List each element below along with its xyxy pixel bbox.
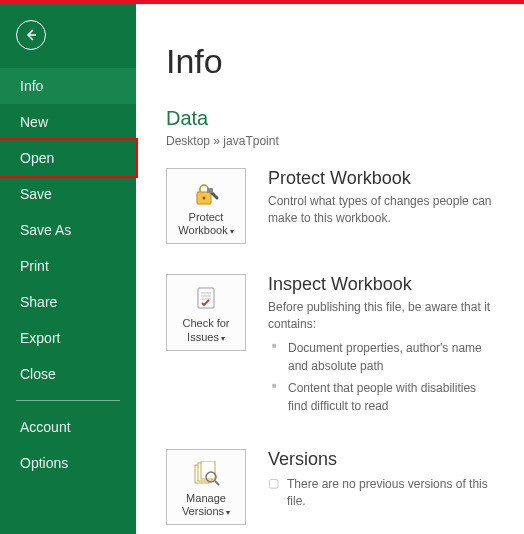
document-path: Desktop » javaTpoint <box>166 134 494 148</box>
nav-label: Save <box>20 186 52 202</box>
section-versions: Manage Versions▾ Versions ▢ There are no… <box>166 449 494 525</box>
page-title: Info <box>166 42 494 81</box>
nav-label: Options <box>20 455 68 471</box>
backstage-sidebar: Info New Open Save Save As Print Share E… <box>0 4 136 534</box>
nav-info[interactable]: Info <box>0 68 136 104</box>
nav-label: Share <box>20 294 57 310</box>
svg-rect-9 <box>201 461 215 479</box>
nav-open[interactable]: Open <box>0 138 138 178</box>
protect-workbook-button[interactable]: Protect Workbook▾ <box>166 168 246 244</box>
nav-options[interactable]: Options <box>0 445 136 481</box>
content-area: Info Data Desktop » javaTpoint Protect W… <box>136 4 524 534</box>
document-icon: ▢ <box>268 476 279 490</box>
nav-label: Close <box>20 366 56 382</box>
nav-new[interactable]: New <box>0 104 136 140</box>
manage-versions-button[interactable]: Manage Versions▾ <box>166 449 246 525</box>
nav-label: Info <box>20 78 43 94</box>
nav-share[interactable]: Share <box>0 284 136 320</box>
check-issues-button[interactable]: Check for Issues▾ <box>166 274 246 350</box>
nav-close[interactable]: Close <box>0 356 136 392</box>
document-check-icon <box>190 285 222 313</box>
versions-icon <box>190 460 222 488</box>
svg-rect-2 <box>207 188 213 193</box>
nav-label: Open <box>20 150 54 166</box>
section-protect: Protect Workbook▾ Protect Workbook Contr… <box>166 168 494 244</box>
chevron-down-icon: ▾ <box>230 227 234 236</box>
nav-save[interactable]: Save <box>0 176 136 212</box>
nav-divider <box>16 400 120 401</box>
nav-account[interactable]: Account <box>0 409 136 445</box>
tile-label: Manage Versions▾ <box>171 492 241 518</box>
versions-text: There are no previous versions of this f… <box>287 476 494 510</box>
nav-label: Account <box>20 419 71 435</box>
arrow-left-icon <box>23 27 39 43</box>
svg-line-11 <box>215 481 219 485</box>
nav-save-as[interactable]: Save As <box>0 212 136 248</box>
nav-export[interactable]: Export <box>0 320 136 356</box>
inspect-bullet: Document properties, author's name and a… <box>268 339 494 375</box>
chevron-down-icon: ▾ <box>226 508 230 517</box>
svg-rect-3 <box>198 288 214 308</box>
nav-label: New <box>20 114 48 130</box>
inspect-title: Inspect Workbook <box>268 274 494 295</box>
top-accent-bar <box>0 0 524 4</box>
tile-label: Protect Workbook▾ <box>171 211 241 237</box>
chevron-down-icon: ▾ <box>221 334 225 343</box>
protect-title: Protect Workbook <box>268 168 494 189</box>
nav-label: Save As <box>20 222 71 238</box>
section-inspect: Check for Issues▾ Inspect Workbook Befor… <box>166 274 494 419</box>
inspect-text: Before publishing this file, be aware th… <box>268 299 494 333</box>
document-name: Data <box>166 107 494 130</box>
protect-text: Control what types of changes people can… <box>268 193 494 227</box>
nav-label: Export <box>20 330 60 346</box>
back-button[interactable] <box>16 20 46 50</box>
inspect-bullet: Content that people with disabilities fi… <box>268 379 494 415</box>
tile-label: Check for Issues▾ <box>171 317 241 343</box>
nav-label: Print <box>20 258 49 274</box>
versions-title: Versions <box>268 449 494 470</box>
lock-icon <box>190 179 222 207</box>
nav-print[interactable]: Print <box>0 248 136 284</box>
svg-point-1 <box>203 197 206 200</box>
inspect-bullets: Document properties, author's name and a… <box>268 339 494 415</box>
